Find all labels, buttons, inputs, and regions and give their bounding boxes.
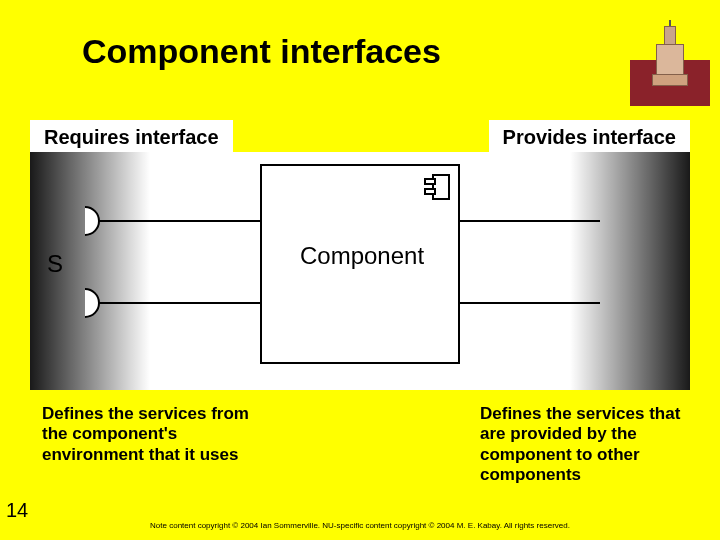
provides-connector-2 bbox=[460, 302, 600, 304]
s-label: S bbox=[47, 250, 63, 278]
requires-socket-icon-1 bbox=[83, 206, 107, 234]
component-diagram: S Component bbox=[0, 152, 720, 390]
logo-building-icon bbox=[652, 26, 688, 90]
provides-interface-label: Provides interface bbox=[489, 120, 690, 155]
requires-interface-label: Requires interface bbox=[30, 120, 233, 155]
provides-connector-1 bbox=[460, 220, 600, 222]
provides-description: Defines the services that are provided b… bbox=[480, 404, 690, 486]
page-title: Component interfaces bbox=[82, 32, 441, 71]
requires-description: Defines the services from the component'… bbox=[42, 404, 272, 465]
logo bbox=[630, 20, 710, 106]
component-icon bbox=[424, 172, 452, 202]
component-label: Component bbox=[300, 242, 424, 270]
page-number: 14 bbox=[6, 499, 28, 522]
title-bar: Component interfaces bbox=[0, 20, 720, 100]
requires-connector-2 bbox=[85, 302, 260, 304]
requires-connector-1 bbox=[85, 220, 260, 222]
gradient-right bbox=[570, 152, 690, 390]
copyright-footer: Note content copyright © 2004 Ian Sommer… bbox=[0, 521, 720, 530]
requires-socket-icon-2 bbox=[83, 288, 107, 316]
